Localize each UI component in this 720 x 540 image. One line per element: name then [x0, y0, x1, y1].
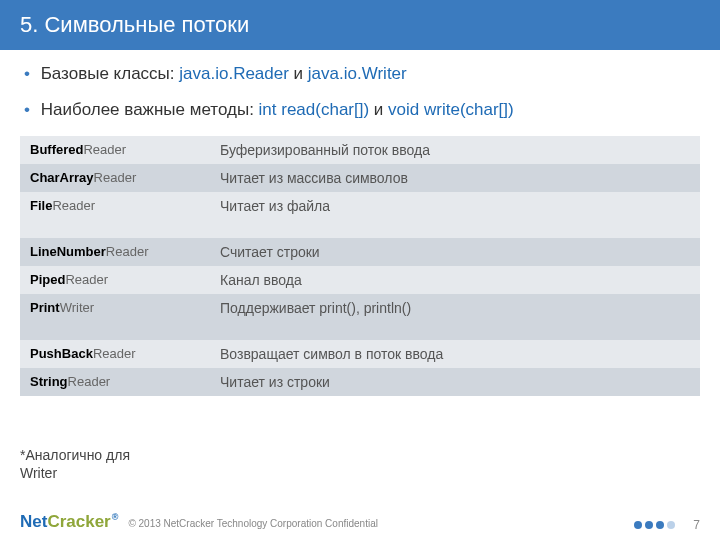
copyright: © 2013 NetCracker Technology Corporation… [128, 518, 378, 529]
classes-table: BufferedReaderБуферизированный поток вво… [20, 136, 700, 396]
footer-right: 7 [634, 518, 700, 532]
table-row: PrintWriterПоддерживает print(), println… [20, 294, 700, 340]
table-row: StringReaderЧитает из строки [20, 368, 700, 396]
dot-icon [645, 521, 653, 529]
bullet-methods: Наиболее важные методы: int read(char[])… [20, 100, 700, 120]
footer: NetCracker® © 2013 NetCracker Technology… [0, 512, 720, 532]
page-number: 7 [693, 518, 700, 532]
dot-icon [667, 521, 675, 529]
table-row: PipedReaderКанал ввода [20, 266, 700, 294]
pagination-dots [634, 521, 675, 529]
table-row: PushBackReaderВозвращает символ в поток … [20, 340, 700, 368]
slide-content: Базовые классы: java.io.Reader и java.io… [0, 50, 720, 396]
slide-header: 5. Символьные потоки [0, 0, 720, 50]
table-row: LineNumberReaderСчитает строки [20, 238, 700, 266]
bullet-base-classes: Базовые классы: java.io.Reader и java.io… [20, 64, 700, 84]
dot-icon [656, 521, 664, 529]
footnote: *Аналогично для Writer [20, 446, 130, 482]
dot-icon [634, 521, 642, 529]
table-row: CharArrayReaderЧитает из массива символо… [20, 164, 700, 192]
slide-title: 5. Символьные потоки [20, 12, 249, 37]
table-row: BufferedReaderБуферизированный поток вво… [20, 136, 700, 164]
table-row: FileReaderЧитает из файла [20, 192, 700, 238]
logo: NetCracker® [20, 512, 118, 532]
